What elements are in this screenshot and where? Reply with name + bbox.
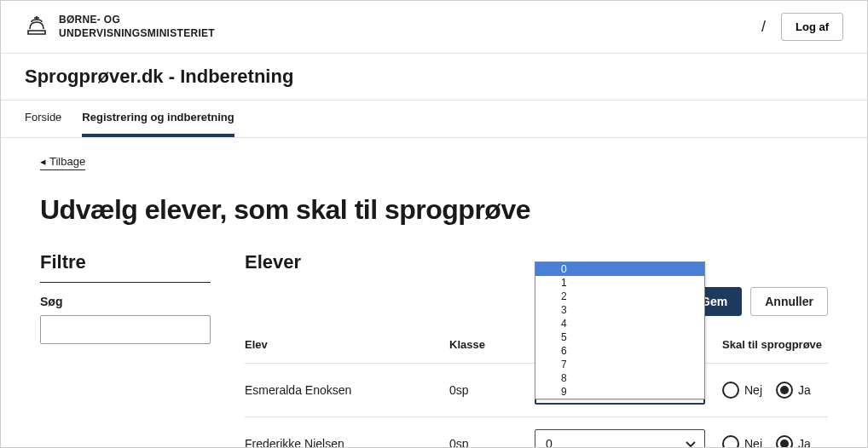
brand: BØRNE- OG UNDERVISNINGSMINISTERIET <box>25 14 215 41</box>
tab-forside[interactable]: Forside <box>25 101 61 137</box>
dropdown-item[interactable]: 0 <box>535 262 704 276</box>
dropdown-item[interactable]: 8 <box>535 371 704 385</box>
dropdown-list[interactable]: 0 1 2 3 4 5 6 7 8 9 <box>535 261 705 399</box>
dropdown-item[interactable]: 9 <box>535 385 704 399</box>
radio-ja[interactable]: Ja <box>776 435 811 448</box>
radio-circle-icon <box>776 382 793 399</box>
students-panel: Elever Gem Annuller Elev Klasse Skal til… <box>245 251 828 448</box>
attempts-select[interactable]: 0 <box>535 429 705 448</box>
filters-title: Filtre <box>40 251 211 273</box>
table-row: Frederikke Nielsen 0sp 0 Nej <box>245 417 828 448</box>
dropdown-item[interactable]: 6 <box>535 344 704 358</box>
radio-nej[interactable]: Nej <box>722 435 762 448</box>
chevron-down-icon <box>686 437 696 448</box>
ministry-name: BØRNE- OG UNDERVISNINGSMINISTERIET <box>59 14 215 40</box>
dropdown-item[interactable]: 3 <box>535 303 704 317</box>
radio-circle-icon <box>722 435 739 448</box>
radio-ja[interactable]: Ja <box>776 382 811 399</box>
radio-circle-icon <box>722 382 739 399</box>
topbar: BØRNE- OG UNDERVISNINGSMINISTERIET / Log… <box>1 1 867 54</box>
radio-group: Nej Ja <box>722 382 828 399</box>
dropdown-item[interactable]: 5 <box>535 330 704 344</box>
radio-label-ja: Ja <box>798 383 811 397</box>
student-class: 0sp <box>449 383 535 397</box>
app-title: Sprogprøver.dk - Indberetning <box>25 66 843 88</box>
dropdown-item[interactable]: 7 <box>535 358 704 371</box>
students-title: Elever <box>245 251 301 273</box>
student-name: Esmeralda Enoksen <box>245 383 449 397</box>
action-buttons: Gem Annuller <box>686 287 828 316</box>
tab-registrering[interactable]: Registrering og indberetning <box>82 101 234 137</box>
layout: Filtre Søg Elever Gem Annuller Elev Klas… <box>40 251 828 448</box>
chevron-left-icon: ◂ <box>40 155 46 168</box>
back-label: Tilbage <box>49 155 85 168</box>
col-elev: Elev <box>245 338 449 351</box>
dropdown-item[interactable]: 1 <box>535 276 704 290</box>
content: ◂ Tilbage Udvælg elever, som skal til sp… <box>1 138 867 448</box>
attempts-select-wrap: 0 1 2 3 4 5 6 7 8 9 0 <box>535 376 722 405</box>
attempts-select-wrap: 0 <box>535 429 722 448</box>
col-skal-til: Skal til sprogprøve <box>722 338 828 351</box>
students-table: Elev Klasse Skal til sprogprøve Esmerald… <box>245 326 828 448</box>
select-value: 0 <box>546 437 553 448</box>
user-separator: / <box>761 18 766 36</box>
dropdown-item[interactable]: 2 <box>535 290 704 303</box>
divider <box>40 282 211 283</box>
cancel-button[interactable]: Annuller <box>750 287 828 316</box>
radio-circle-icon <box>776 435 793 448</box>
radio-label-nej: Nej <box>744 437 762 448</box>
radio-label-ja: Ja <box>798 437 811 448</box>
back-link[interactable]: ◂ Tilbage <box>40 155 85 170</box>
col-klasse: Klasse <box>449 338 535 351</box>
radio-group: Nej Ja <box>722 435 828 448</box>
crown-icon <box>25 14 49 41</box>
tabs: Forside Registrering og indberetning <box>1 101 867 138</box>
student-class: 0sp <box>449 437 535 448</box>
search-input[interactable] <box>40 315 211 344</box>
filters-panel: Filtre Søg <box>40 251 211 448</box>
topbar-right: / Log af <box>761 13 843 41</box>
student-name: Frederikke Nielsen <box>245 437 449 448</box>
titlebar: Sprogprøver.dk - Indberetning <box>1 54 867 101</box>
logout-button[interactable]: Log af <box>781 13 843 41</box>
table-row: Esmeralda Enoksen 0sp 0 1 2 3 4 5 6 7 <box>245 364 828 417</box>
dropdown-item[interactable]: 4 <box>535 317 704 330</box>
page-heading: Udvælg elever, som skal til sprogprøve <box>40 194 828 226</box>
search-label: Søg <box>40 295 211 308</box>
radio-label-nej: Nej <box>744 383 762 397</box>
radio-nej[interactable]: Nej <box>722 382 762 399</box>
